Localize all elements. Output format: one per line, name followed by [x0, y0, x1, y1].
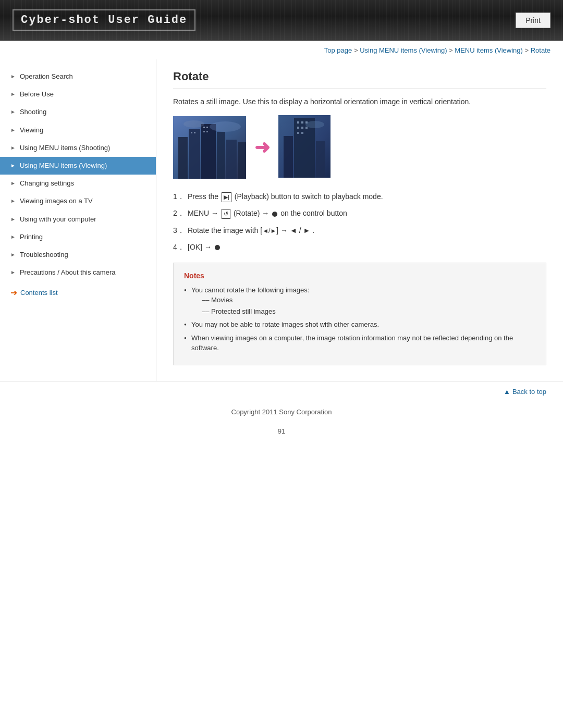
- page-number: 91: [0, 422, 563, 440]
- arrow-icon: ►: [10, 144, 16, 152]
- step-2: 2． MENU → ↺ (Rotate) → on the control bu…: [173, 207, 546, 219]
- rotate-arrow: ➜: [254, 137, 270, 158]
- back-to-top-link[interactable]: ▲ Back to top: [504, 388, 546, 396]
- sidebar-label: Using with your computer: [20, 215, 96, 224]
- site-title: Cyber-shot User Guide: [13, 9, 195, 31]
- breadcrumb: Top page > Using MENU items (Viewing) > …: [0, 41, 563, 59]
- sidebar-item-using-menu-shooting[interactable]: ► Using MENU items (Shooting): [0, 139, 156, 157]
- svg-point-14: [183, 120, 204, 128]
- circle-icon: [272, 212, 277, 217]
- sidebar-item-precautions[interactable]: ► Precautions / About this camera: [0, 264, 156, 281]
- landscape-photo-svg: [173, 116, 246, 179]
- note-subitem-protected: – Protected still images: [191, 306, 535, 317]
- contents-list-link[interactable]: ➔ Contents list: [0, 281, 156, 302]
- arrow-right-icon: ➔: [10, 288, 17, 298]
- images-row: ➜: [173, 115, 546, 179]
- sidebar-label: Viewing: [20, 126, 43, 135]
- arrow-icon: ►: [10, 127, 16, 134]
- sidebar-label: Changing settings: [20, 179, 74, 188]
- arrow-icon: ►: [10, 233, 16, 241]
- step-number: 4．: [173, 241, 188, 253]
- sidebar-item-before-use[interactable]: ► Before Use: [0, 85, 156, 103]
- svg-rect-18: [316, 141, 325, 178]
- arrow-icon: ►: [10, 198, 16, 205]
- breadcrumb-using-menu-viewing[interactable]: Using MENU items (Viewing): [360, 46, 447, 54]
- sidebar-item-shooting[interactable]: ► Shooting: [0, 103, 156, 121]
- svg-rect-6: [238, 142, 246, 179]
- step-text: Rotate the image with [◄/►] → ◄ / ► .: [188, 225, 546, 236]
- arrow-icon: ►: [10, 180, 16, 187]
- svg-rect-11: [191, 132, 192, 133]
- triangle-up-icon: ▲: [504, 388, 510, 396]
- arrow-icon: ►: [10, 162, 16, 169]
- sidebar-item-operation-search[interactable]: ► Operation Search: [0, 68, 156, 85]
- svg-rect-22: [297, 127, 299, 129]
- step-1: 1． Press the ▶| (Playback) button to swi…: [173, 191, 546, 202]
- sidebar-item-troubleshooting[interactable]: ► Troubleshooting: [0, 246, 156, 264]
- back-to-top-label: Back to top: [512, 388, 546, 396]
- sidebar-label: Before Use: [20, 90, 54, 99]
- svg-rect-10: [206, 131, 208, 132]
- circle-icon: [215, 245, 220, 250]
- portrait-image: [278, 115, 331, 179]
- sidebar-label: Using MENU items (Viewing): [20, 161, 107, 170]
- arrow-icon: ►: [10, 251, 16, 258]
- step-text: [OK] →: [188, 241, 546, 253]
- svg-rect-25: [297, 132, 299, 134]
- contents-list-label: Contents list: [20, 289, 58, 297]
- copyright-text: Copyright 2011 Sony Corporation: [231, 408, 332, 416]
- svg-rect-8: [206, 127, 208, 128]
- print-button[interactable]: Print: [516, 13, 550, 28]
- breadcrumb-rotate[interactable]: Rotate: [531, 46, 550, 54]
- sidebar-item-viewing-images-tv[interactable]: ► Viewing images on a TV: [0, 192, 156, 210]
- arrow-icon: ►: [10, 73, 16, 80]
- svg-rect-19: [297, 121, 299, 124]
- header: Cyber-shot User Guide Print: [0, 0, 563, 41]
- sidebar-item-printing[interactable]: ► Printing: [0, 228, 156, 246]
- sidebar-item-viewing[interactable]: ► Viewing: [0, 121, 156, 139]
- sidebar-label: Viewing images on a TV: [20, 196, 93, 206]
- svg-rect-26: [301, 132, 303, 134]
- svg-rect-24: [305, 127, 308, 129]
- step-number: 2．: [173, 207, 188, 219]
- svg-rect-2: [189, 129, 200, 179]
- svg-rect-4: [217, 132, 225, 179]
- sidebar-item-using-menu-viewing[interactable]: ► Using MENU items (Viewing): [0, 157, 156, 175]
- sidebar: ► Operation Search ► Before Use ► Shooti…: [0, 59, 156, 381]
- portrait-photo-svg: [278, 115, 331, 178]
- svg-rect-23: [301, 127, 303, 129]
- svg-rect-17: [284, 136, 293, 178]
- sidebar-label: Shooting: [20, 107, 46, 117]
- svg-rect-1: [178, 137, 188, 179]
- note-subitem-movies: – Movies: [191, 295, 535, 305]
- sidebar-item-changing-settings[interactable]: ► Changing settings: [0, 175, 156, 192]
- playback-icon: ▶|: [222, 192, 231, 203]
- svg-rect-20: [301, 121, 303, 124]
- description: Rotates a still image. Use this to displ…: [173, 97, 546, 106]
- note-item-1: You cannot rotate the following images: …: [184, 285, 535, 317]
- arrow-icon: ►: [10, 91, 16, 98]
- rotate-menu-icon: ↺: [222, 209, 230, 219]
- svg-rect-12: [194, 132, 195, 133]
- step-4: 4． [OK] →: [173, 241, 546, 253]
- notes-box: Notes You cannot rotate the following im…: [173, 263, 546, 365]
- page-title: Rotate: [173, 70, 546, 89]
- content-area: Rotate Rotates a still image. Use this t…: [156, 59, 563, 381]
- sidebar-label: Using MENU items (Shooting): [20, 143, 110, 153]
- sidebar-label: Operation Search: [20, 72, 73, 81]
- step-number: 3．: [173, 225, 188, 236]
- sidebar-item-using-with-computer[interactable]: ► Using with your computer: [0, 211, 156, 228]
- footer-nav: ▲ Back to top: [0, 381, 563, 402]
- landscape-image: [173, 116, 246, 179]
- step-text: Press the ▶| (Playback) button to switch…: [188, 191, 546, 202]
- main-layout: ► Operation Search ► Before Use ► Shooti…: [0, 59, 563, 381]
- sidebar-label: Printing: [20, 232, 43, 242]
- breadcrumb-top[interactable]: Top page: [324, 46, 352, 54]
- breadcrumb-menu-items-viewing[interactable]: MENU items (Viewing): [455, 46, 523, 54]
- step-text: MENU → ↺ (Rotate) → on the control butto…: [188, 207, 546, 219]
- page-footer: Copyright 2011 Sony Corporation: [0, 402, 563, 422]
- step-3: 3． Rotate the image with [◄/►] → ◄ / ► .: [173, 225, 546, 236]
- svg-rect-7: [203, 127, 205, 128]
- notes-title: Notes: [184, 272, 535, 280]
- step-number: 1．: [173, 191, 188, 202]
